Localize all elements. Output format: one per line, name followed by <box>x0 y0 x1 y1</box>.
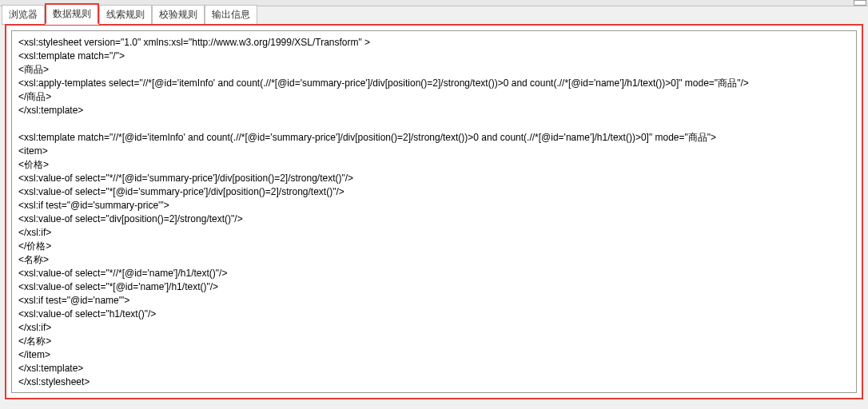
code-panel[interactable]: <xsl:stylesheet version="1.0" xmlns:xsl=… <box>11 30 857 393</box>
tab-browser[interactable]: 浏览器 <box>2 5 45 25</box>
xsl-code-block[interactable]: <xsl:stylesheet version="1.0" xmlns:xsl=… <box>18 36 850 389</box>
tab-validation-rules[interactable]: 校验规则 <box>152 5 205 25</box>
tab-strip: 浏览器 数据规则 线索规则 校验规则 输出信息 <box>0 6 868 24</box>
tab-clue-rules[interactable]: 线索规则 <box>99 5 152 25</box>
spinner-control[interactable] <box>854 0 866 6</box>
tab-output-info[interactable]: 输出信息 <box>205 5 257 25</box>
tab-data-rules[interactable]: 数据规则 <box>45 3 99 25</box>
content-highlight-frame: <xsl:stylesheet version="1.0" xmlns:xsl=… <box>5 24 863 399</box>
